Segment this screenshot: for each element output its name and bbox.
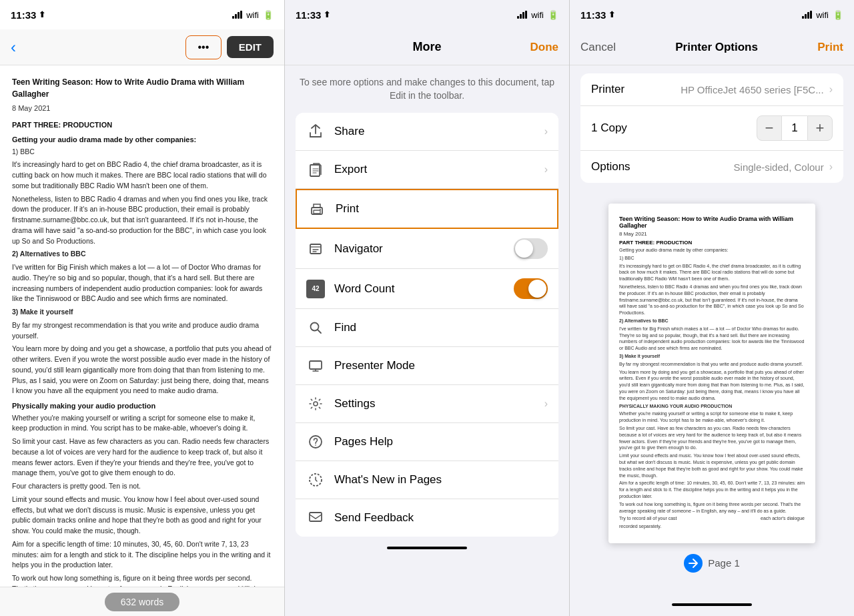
- print-header: Cancel Printer Options Print: [570, 29, 854, 65]
- printer-value: HP OfficeJet 4650 series [F5C...: [681, 84, 824, 95]
- preview-p11: Limit your sound effects and music. You …: [619, 452, 805, 479]
- svg-point-3: [320, 209, 321, 210]
- share-chevron-icon: ›: [544, 125, 548, 137]
- feedback-label: Send Feedback: [334, 511, 414, 525]
- home-indicator-more: [285, 537, 569, 559]
- more-item-settings[interactable]: Settings ›: [296, 385, 558, 423]
- location-icon-print: ⬆: [608, 10, 615, 19]
- more-item-pages-help[interactable]: Pages Help: [296, 423, 558, 461]
- more-header: More Done: [285, 29, 569, 65]
- home-indicator-print: [570, 593, 854, 616]
- print-title: Printer Options: [675, 41, 758, 54]
- settings-chevron-icon: ›: [544, 398, 548, 410]
- pages-help-label: Pages Help: [334, 435, 393, 448]
- doc-para5: So limit your cast. Have as few characte…: [12, 436, 272, 479]
- status-bar-print: 11:33 ⬆ wifi 🔋: [570, 0, 854, 29]
- options-chevron-icon: ›: [829, 161, 833, 173]
- print-label: Print: [336, 202, 359, 216]
- status-icons-more: wifi 🔋: [517, 10, 558, 20]
- more-done-button[interactable]: Done: [530, 41, 559, 54]
- share-icon: [306, 122, 325, 141]
- export-chevron-icon: ›: [544, 164, 548, 176]
- status-icons-doc: wifi 🔋: [232, 10, 274, 20]
- navigator-toggle[interactable]: [514, 238, 548, 259]
- whats-new-label: What's New in Pages: [334, 473, 442, 487]
- more-panel: 11:33 ⬆ wifi 🔋 More Done To see more opt…: [285, 0, 570, 616]
- status-icons-print: wifi 🔋: [802, 10, 843, 20]
- more-item-whats-new[interactable]: What's New in Pages: [296, 461, 558, 499]
- doc-para3: You learn more by doing and you get a sh…: [12, 344, 272, 396]
- document-panel: 11:33 ⬆ wifi 🔋 ‹ ••• EDIT Teen Writing S…: [0, 0, 285, 616]
- settings-icon: [306, 394, 325, 413]
- preview-p15: recorded separately.: [619, 523, 805, 530]
- more-item-share[interactable]: Share ›: [296, 113, 558, 151]
- preview-subsection2: PHYSICALLY MAKING YOUR AUDIO PRODUCTION: [619, 403, 805, 410]
- doc-subsection2: Physically making your audio production: [12, 400, 272, 412]
- help-icon: [306, 432, 325, 451]
- cancel-button[interactable]: Cancel: [580, 41, 616, 54]
- more-item-find[interactable]: Find: [296, 309, 558, 347]
- page-indicator: Page 1: [684, 554, 740, 573]
- print-panel: 11:33 ⬆ wifi 🔋 Cancel Printer Options Pr…: [570, 0, 854, 616]
- options-value: Single-sided, Colour: [734, 162, 824, 173]
- preview-p12: Aim for a specific length of time: 10 mi…: [619, 480, 805, 499]
- preview-p3: Nonetheless, listen to BBC Radio 4 drama…: [619, 284, 805, 316]
- printer-chevron-icon: ›: [829, 83, 833, 95]
- toolbar-center: ••• EDIT: [185, 35, 274, 59]
- signal-icon: [232, 11, 242, 19]
- more-item-feedback[interactable]: Send Feedback: [296, 499, 558, 537]
- location-icon-more: ⬆: [324, 10, 330, 19]
- feedback-icon: [306, 509, 325, 527]
- status-bar-doc: 11:33 ⬆ wifi 🔋: [0, 0, 284, 29]
- whats-new-icon: [306, 471, 325, 489]
- time-print: 11:33 ⬆: [580, 9, 615, 21]
- printer-label: Printer: [591, 83, 624, 96]
- svg-point-8: [310, 436, 322, 448]
- print-preview-page: Teen Writing Season: How to Write Audio …: [608, 204, 815, 543]
- preview-p13: To work out how long something is, figur…: [619, 501, 805, 515]
- doc-item1-title: 1) BBC: [12, 147, 272, 158]
- more-item-presenter[interactable]: Presenter Mode: [296, 347, 558, 385]
- more-hint-text: To see more options and make changes to …: [285, 65, 569, 113]
- word-count-pill: 632 words: [105, 593, 180, 611]
- print-button[interactable]: Print: [817, 41, 843, 54]
- more-item-print[interactable]: Print: [296, 189, 558, 229]
- svg-rect-11: [310, 513, 322, 521]
- printer-option[interactable]: Printer HP OfficeJet 4650 series [F5C...…: [580, 73, 843, 106]
- edit-button[interactable]: EDIT: [227, 36, 274, 58]
- print-options-row[interactable]: Options Single-sided, Colour ›: [580, 151, 843, 183]
- doc-para9: To work out how long something is, figur…: [12, 573, 272, 587]
- preview-p5: I've written for Big Finish which makes …: [619, 326, 805, 352]
- print-preview-area: Teen Writing Season: How to Write Audio …: [570, 183, 854, 593]
- doc-toolbar: ‹ ••• EDIT: [0, 29, 284, 65]
- home-bar-print: [672, 603, 752, 606]
- doc-item2-text: I've written for Big Finish which makes …: [12, 262, 272, 304]
- doc-date: 8 May 2021: [12, 103, 272, 114]
- preview-p2: It's increasingly hard to get on BBC Rad…: [619, 263, 805, 282]
- preview-date: 8 May 2021: [619, 231, 805, 237]
- preview-p10: So limit your cast. Have as few characte…: [619, 425, 805, 451]
- battery-icon: 🔋: [263, 10, 274, 20]
- status-bar-more: 11:33 ⬆ wifi 🔋: [285, 0, 569, 29]
- preview-p1: 1) BBC: [619, 255, 805, 262]
- share-label: Share: [334, 125, 364, 138]
- more-item-export[interactable]: Export ›: [296, 151, 558, 189]
- more-item-navigator[interactable]: Navigator: [296, 229, 558, 269]
- increment-button[interactable]: +: [807, 115, 833, 141]
- copies-value: 1: [782, 115, 807, 141]
- find-icon: [306, 318, 325, 337]
- decrement-button[interactable]: −: [757, 115, 782, 141]
- doc-title: Teen Writing Season: How to Write Audio …: [12, 76, 272, 100]
- more-menu-list: Share › Export ›: [296, 113, 558, 537]
- more-dots-icon: •••: [197, 41, 209, 53]
- word-count-toggle[interactable]: [514, 278, 548, 299]
- doc-para4: Whether you're making yourself or writin…: [12, 413, 272, 434]
- preview-p8: You learn more by doing and you get a sh…: [619, 369, 805, 402]
- more-button[interactable]: •••: [185, 35, 222, 59]
- more-item-word-count[interactable]: 42 Word Count: [296, 269, 558, 309]
- doc-para1: Nonetheless, listen to BBC Radio 4 drama…: [12, 194, 272, 247]
- back-button[interactable]: ‹: [11, 38, 16, 57]
- copy-stepper: − 1 +: [757, 115, 833, 141]
- navigator-label: Navigator: [334, 242, 383, 256]
- print-icon: [308, 200, 326, 218]
